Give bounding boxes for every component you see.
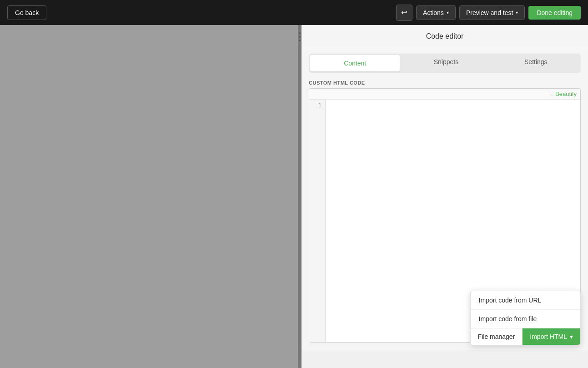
code-section-label: CUSTOM HTML CODE	[309, 80, 581, 86]
import-dropdown: Import code from URL Import code from fi…	[470, 291, 581, 345]
code-editor-toolbar: ≡ Beautify	[309, 89, 580, 100]
actions-button[interactable]: Actions ▾	[416, 5, 456, 20]
history-button[interactable]: ↩	[396, 5, 412, 21]
beautify-icon: ≡	[550, 91, 553, 97]
preview-chevron-icon: ▾	[516, 10, 518, 15]
import-html-label: Import HTML	[530, 333, 567, 340]
editor-bottom-bar	[302, 350, 588, 368]
done-editing-button[interactable]: Done editing	[528, 6, 581, 20]
panel-divider[interactable]	[298, 25, 302, 368]
go-back-button[interactable]: Go back	[7, 5, 46, 20]
editor-panel: Code editor Content Snippets Settings CU…	[302, 25, 588, 368]
editor-title: Code editor	[302, 25, 588, 48]
import-url-item[interactable]: Import code from URL	[471, 291, 580, 309]
line-number-1: 1	[313, 102, 322, 109]
navbar-left: Go back	[7, 5, 392, 20]
actions-label: Actions	[423, 9, 444, 16]
tab-settings[interactable]: Settings	[491, 54, 581, 73]
divider-handle	[299, 32, 301, 41]
beautify-label: Beautify	[555, 91, 577, 97]
navbar: Go back ↩ Actions ▾ Preview and test ▾ D…	[0, 0, 588, 25]
main-layout: Code editor Content Snippets Settings CU…	[0, 25, 588, 368]
file-manager-button[interactable]: File manager	[471, 328, 523, 345]
divider-dot-2	[299, 36, 301, 38]
line-numbers: 1	[309, 100, 326, 342]
history-icon: ↩	[401, 8, 407, 17]
tab-content[interactable]: Content	[310, 55, 400, 71]
divider-dot-3	[299, 40, 301, 41]
tabs-container: Content Snippets Settings	[309, 54, 581, 73]
beautify-button[interactable]: ≡ Beautify	[550, 91, 577, 97]
import-html-chevron-icon: ▾	[570, 333, 573, 340]
actions-chevron-icon: ▾	[447, 10, 449, 15]
dropdown-footer: File manager Import HTML ▾	[471, 328, 580, 345]
tab-snippets[interactable]: Snippets	[401, 54, 491, 73]
import-html-button[interactable]: Import HTML ▾	[523, 328, 580, 345]
import-file-item[interactable]: Import code from file	[471, 309, 580, 328]
preview-panel	[0, 25, 298, 368]
divider-dot-1	[299, 32, 301, 34]
preview-button[interactable]: Preview and test ▾	[459, 5, 525, 20]
preview-label: Preview and test	[466, 9, 513, 16]
navbar-right: ↩ Actions ▾ Preview and test ▾ Done edit…	[396, 5, 581, 21]
